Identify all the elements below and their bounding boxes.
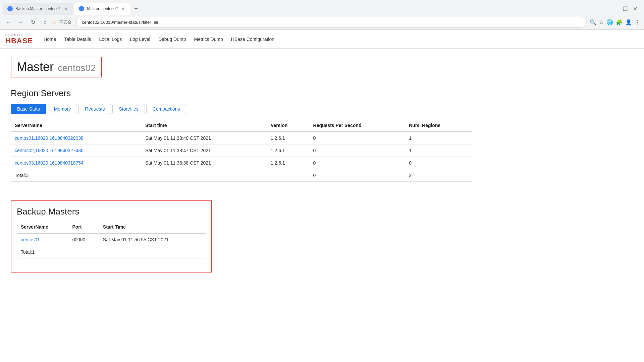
- section-divider: [11, 190, 472, 200]
- bm-total-row: Total:1: [17, 246, 206, 258]
- region-servers-table: ServerName Start time Version Requests P…: [11, 119, 472, 182]
- nav-home[interactable]: Home: [44, 37, 56, 42]
- cell-version: 1.2.6.1: [267, 157, 309, 169]
- col-version: Version: [267, 119, 309, 132]
- cell-rps: 0: [309, 144, 405, 157]
- tab-base-stats[interactable]: Base Stats: [11, 104, 46, 114]
- cell-version: 1.2.6.1: [267, 144, 309, 157]
- region-servers-title: Region Servers: [11, 88, 472, 99]
- table-row: centos01,16020,1619840320038 Sat May 01 …: [11, 132, 472, 144]
- nav-metrics-dump[interactable]: Metrics Dump: [194, 37, 223, 42]
- forward-button[interactable]: →: [16, 17, 25, 27]
- home-button[interactable]: ⌂: [40, 17, 50, 27]
- minimize-button[interactable]: —: [612, 6, 618, 12]
- tab-backup-master[interactable]: Backup Master: centos01 ✕: [3, 3, 73, 15]
- bm-col-port: Port: [68, 221, 99, 233]
- search-icon[interactable]: 🔍: [590, 19, 596, 25]
- col-server-name: ServerName: [11, 119, 141, 132]
- tab-title-1: Backup Master: centos01: [15, 6, 61, 11]
- menu-icon[interactable]: ⋮: [635, 19, 640, 25]
- nav-hbase-configuration[interactable]: HBase Configuration: [231, 37, 274, 42]
- close-button[interactable]: ✕: [633, 6, 637, 12]
- nav-table-details[interactable]: Table Details: [64, 37, 91, 42]
- cell-start-time: Sat May 01 11:38:38 CST 2021: [141, 157, 267, 169]
- cell-num-regions: 0: [405, 157, 472, 169]
- master-title: Master: [17, 60, 54, 74]
- bm-cell-port: 60000: [68, 233, 99, 246]
- table-row: centos03,16020,1619840318754 Sat May 01 …: [11, 157, 472, 169]
- cell-server: centos02,16020,1619840327436: [11, 144, 141, 157]
- translate-icon[interactable]: 🌐: [606, 19, 613, 25]
- nav-local-logs[interactable]: Local Logs: [99, 37, 122, 42]
- nav-debug-dump[interactable]: Debug Dump: [158, 37, 186, 42]
- maximize-button[interactable]: ❐: [623, 6, 628, 12]
- address-input[interactable]: [76, 17, 587, 27]
- hbase-logo: APACHE HBASE: [5, 33, 33, 45]
- security-warning-label: 不安全: [59, 19, 71, 25]
- bm-total-label: Total:1: [17, 246, 68, 258]
- tab-requests[interactable]: Requests: [78, 104, 111, 114]
- profile-icon[interactable]: 👤: [625, 19, 632, 25]
- cell-rps: 0: [309, 157, 405, 169]
- total-empty-start: [141, 169, 267, 182]
- address-bar-row: ← → ↻ ⌂ ⚠ 不安全 🔍 ☆ 🌐 🧩 👤 ⋮: [0, 15, 644, 29]
- extensions-icon[interactable]: 🧩: [616, 19, 623, 25]
- tab-storefiles[interactable]: Storefiles: [112, 104, 145, 114]
- region-server-tabs: Base Stats Memory Requests Storefiles Co…: [11, 104, 472, 114]
- total-rps: 0: [309, 169, 405, 182]
- cell-server: centos01,16020,1619840320038: [11, 132, 141, 144]
- bm-total-empty-port: [68, 246, 99, 258]
- tab-bar: Backup Master: centos01 ✕ Master: centos…: [0, 0, 644, 15]
- tab-favicon-1: [7, 6, 13, 11]
- table-row: centos02,16020,1619840327436 Sat May 01 …: [11, 144, 472, 157]
- bm-col-server-name: ServerName: [17, 221, 68, 233]
- nav-log-level[interactable]: Log Level: [130, 37, 150, 42]
- cell-num-regions: 1: [405, 132, 472, 144]
- backup-masters-section: Backup Masters ServerName Port Start Tim…: [11, 200, 212, 273]
- tab-close-1[interactable]: ✕: [63, 5, 69, 12]
- new-tab-button[interactable]: +: [131, 4, 141, 13]
- total-num-regions: 2: [405, 169, 472, 182]
- region-servers-section: Region Servers Base Stats Memory Request…: [11, 88, 472, 182]
- back-button[interactable]: ←: [4, 17, 13, 27]
- bm-total-empty-time: [99, 246, 206, 258]
- col-rps: Requests Per Second: [309, 119, 405, 132]
- col-start-time: Start time: [141, 119, 267, 132]
- bm-col-start-time: Start Time: [99, 221, 206, 233]
- cell-num-regions: 1: [405, 144, 472, 157]
- tab-master[interactable]: Master: centos02 ✕: [74, 3, 130, 15]
- tab-favicon-2: [79, 6, 84, 11]
- nav-links: Home Table Details Local Logs Log Level …: [44, 37, 274, 42]
- cell-start-time: Sat May 01 11:38:47 CST 2021: [141, 144, 267, 157]
- total-row: Total:3 0 2: [11, 169, 472, 182]
- cell-version: 1.2.6.1: [267, 132, 309, 144]
- bm-cell-start-time: Sat May 01 11:56:55 CST 2021: [99, 233, 206, 246]
- server-link[interactable]: centos02,16020,1619840327436: [15, 148, 84, 153]
- backup-masters-table: ServerName Port Start Time centos01 6000…: [17, 221, 206, 258]
- toolbar-icons: 🔍 ☆ 🌐 🧩 👤 ⋮: [590, 19, 640, 25]
- bm-cell-server: centos01: [17, 233, 68, 246]
- server-link[interactable]: centos03,16020,1619840318754: [15, 160, 84, 166]
- total-empty-version: [267, 169, 309, 182]
- tab-close-2[interactable]: ✕: [120, 5, 126, 12]
- server-link[interactable]: centos01,16020,1619840320038: [15, 135, 84, 141]
- window-controls: — ❐ ✕: [612, 6, 641, 12]
- tab-title-2: Master: centos02: [87, 6, 118, 11]
- apache-label: APACHE: [5, 33, 33, 37]
- cell-rps: 0: [309, 132, 405, 144]
- tab-compactions[interactable]: Compactions: [146, 104, 186, 114]
- tab-memory[interactable]: Memory: [48, 104, 77, 114]
- bm-server-link[interactable]: centos01: [21, 237, 40, 242]
- bookmark-icon[interactable]: ☆: [599, 19, 604, 25]
- security-warning-icon: ⚠: [52, 20, 56, 24]
- page-content: Master centos02 Region Servers Base Stat…: [0, 49, 483, 281]
- hbase-label: HBASE: [5, 37, 33, 45]
- col-num-regions: Num. Regions: [405, 119, 472, 132]
- browser-chrome: Backup Master: centos01 ✕ Master: centos…: [0, 0, 644, 30]
- cell-start-time: Sat May 01 11:38:40 CST 2021: [141, 132, 267, 144]
- backup-masters-title: Backup Masters: [17, 206, 206, 217]
- cell-server: centos03,16020,1619840318754: [11, 157, 141, 169]
- reload-button[interactable]: ↻: [28, 17, 38, 27]
- master-header: Master centos02: [11, 57, 102, 77]
- total-label: Total:3: [11, 169, 141, 182]
